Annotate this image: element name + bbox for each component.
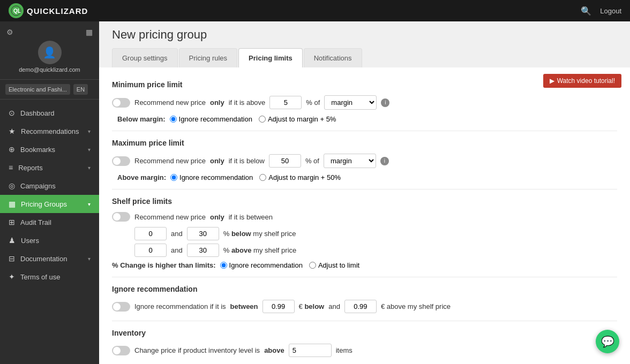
- sidebar: ⚙ ▦ 👤 demo@quicklizard.com Electronic an…: [0, 21, 99, 364]
- chevron-icon: ▾: [88, 128, 91, 134]
- shelf-below-and: and: [171, 230, 183, 238]
- below-margin-radio2[interactable]: Adjust to margin + 5%: [259, 115, 336, 123]
- ignore-rec-label-before: Ignore recommendation if it is: [134, 302, 226, 310]
- main-layout: ⚙ ▦ 👤 demo@quicklizard.com Electronic an…: [0, 21, 630, 364]
- max-price-percent: % of: [305, 157, 319, 165]
- above-margin-radio1-label: Ignore recommendation: [179, 173, 253, 181]
- shelf-price-toggle[interactable]: [112, 212, 130, 222]
- shelf-above-input2[interactable]: [187, 244, 219, 257]
- sidebar-item-documentation[interactable]: ⊟ Documentation ▾: [0, 249, 99, 268]
- inventory-toggle[interactable]: [112, 346, 130, 355]
- ignore-rec-label-between: between: [230, 302, 258, 310]
- above-margin-radios: Ignore recommendation Adjust to margin +…: [170, 173, 341, 181]
- sidebar-item-audit-trail[interactable]: ⊞ Audit Trail: [0, 213, 99, 231]
- min-price-toggle[interactable]: [112, 98, 130, 108]
- min-price-row: Recommend new price only if it is above …: [112, 95, 617, 110]
- max-price-info-icon[interactable]: i: [380, 157, 389, 165]
- below-margin-radio1-label: Ignore recommendation: [179, 115, 252, 123]
- shelf-below-input1[interactable]: [134, 227, 167, 240]
- sidebar-item-label: Users: [21, 237, 39, 245]
- page-header: New pricing group Group settings Pricing…: [99, 21, 630, 67]
- min-price-input[interactable]: [269, 96, 302, 109]
- terms-icon: ✦: [9, 272, 15, 281]
- sidebar-item-label: Audit Trail: [20, 218, 51, 226]
- shelf-label-after: if it is between: [229, 213, 273, 221]
- ignore-rec-section: Ignore recommendation Ignore recommendat…: [112, 285, 617, 313]
- campaigns-icon: ◎: [9, 181, 15, 190]
- ignore-rec-row: Ignore recommendation if it is between €…: [112, 300, 617, 313]
- users-icon: ♟: [9, 236, 16, 245]
- sidebar-item-campaigns[interactable]: ◎ Campaigns: [0, 177, 99, 195]
- shelf-price-title: Shelf price limits: [112, 197, 617, 206]
- chevron-icon: ▾: [88, 256, 91, 262]
- shelf-label-before: Recommend new price: [134, 213, 206, 221]
- pricing-groups-icon: ▦: [9, 200, 16, 208]
- inventory-items-label: items: [336, 346, 352, 354]
- min-price-title: Minimum price limit: [112, 80, 617, 89]
- change-higher-radio2[interactable]: Adjust to limit: [309, 261, 359, 269]
- audit-icon: ⊞: [9, 218, 15, 226]
- max-price-label-after: if it is below: [229, 157, 265, 165]
- shelf-below-row: and % below my shelf price: [134, 227, 617, 240]
- search-icon[interactable]: 🔍: [581, 6, 591, 16]
- sidebar-item-label: Reports: [18, 164, 43, 172]
- tab-notifications[interactable]: Notifications: [304, 48, 362, 67]
- min-price-info-icon[interactable]: i: [381, 98, 389, 107]
- sidebar-item-pricing-groups[interactable]: ▦ Pricing Groups ▾: [0, 195, 99, 213]
- max-price-label-only: only: [210, 157, 224, 165]
- min-price-percent: % of: [306, 98, 320, 107]
- max-price-input[interactable]: [269, 154, 301, 168]
- lang-dropdown[interactable]: EN: [73, 84, 88, 95]
- tab-group-settings[interactable]: Group settings: [112, 48, 178, 67]
- tab-pricing-limits[interactable]: Pricing limits: [238, 48, 303, 67]
- sidebar-item-label: Terms of use: [20, 273, 60, 281]
- inventory-input[interactable]: [289, 344, 332, 357]
- store-dropdown[interactable]: Electronic and Fashi...: [5, 84, 70, 95]
- tab-pricing-rules[interactable]: Pricing rules: [179, 48, 238, 67]
- sidebar-item-dashboard[interactable]: ⊙ Dashboard: [0, 104, 99, 122]
- above-margin-radio2-label: Adjust to margin + 50%: [268, 173, 341, 181]
- shelf-above-row: and % above my shelf price: [134, 244, 617, 257]
- shelf-below-input2[interactable]: [187, 227, 219, 240]
- watch-video-button[interactable]: ▶ Watch video tutorial!: [543, 74, 621, 88]
- sidebar-item-label: Campaigns: [20, 182, 56, 190]
- settings-icon[interactable]: ⚙: [6, 28, 13, 36]
- sidebar-item-reports[interactable]: ≡ Reports ▾: [0, 158, 99, 177]
- inventory-section: Inventory Change price if product invent…: [112, 329, 617, 357]
- change-higher-radio1[interactable]: Ignore recommendation: [220, 261, 303, 269]
- sidebar-item-label: Recommendations: [21, 127, 79, 135]
- max-price-toggle[interactable]: [112, 156, 130, 166]
- ignore-rec-input2[interactable]: [344, 300, 377, 313]
- below-margin-row: Below margin: Ignore recommendation Adju…: [117, 115, 617, 123]
- reports-icon: ≡: [9, 163, 13, 172]
- bookmarks-icon: ⊕: [9, 145, 15, 154]
- dashboard-icon: ⊙: [9, 109, 15, 117]
- avatar: 👤: [38, 41, 62, 64]
- shelf-above-input1[interactable]: [134, 244, 167, 257]
- ignore-rec-input1[interactable]: [262, 300, 295, 313]
- change-higher-row: % Change is higher than limits: Ignore r…: [112, 261, 617, 269]
- card-icon[interactable]: ▦: [86, 28, 93, 36]
- sidebar-item-terms[interactable]: ✦ Terms of use: [0, 268, 99, 286]
- content-panel: ▶ Watch video tutorial! Minimum price li…: [99, 67, 630, 364]
- change-higher-radios: Ignore recommendation Adjust to limit: [220, 261, 360, 269]
- above-margin-radio1[interactable]: Ignore recommendation: [170, 173, 253, 181]
- inventory-title: Inventory: [112, 329, 617, 337]
- min-price-label-after: if it is above: [229, 98, 266, 107]
- above-margin-radio2[interactable]: Adjust to margin + 50%: [259, 173, 341, 181]
- sidebar-item-recommendations[interactable]: ★ Recommendations ▾: [0, 122, 99, 140]
- above-margin-row: Above margin: Ignore recommendation Adju…: [117, 173, 617, 181]
- min-price-select[interactable]: margin cost shelf price: [324, 95, 377, 110]
- logout-link[interactable]: Logout: [600, 7, 621, 15]
- docs-icon: ⊟: [9, 254, 15, 263]
- max-price-select[interactable]: margin cost shelf price: [324, 154, 376, 168]
- chat-bubble[interactable]: 💬: [596, 330, 619, 353]
- sidebar-item-users[interactable]: ♟ Users: [0, 231, 99, 249]
- below-margin-radio1[interactable]: Ignore recommendation: [170, 115, 252, 123]
- sidebar-item-bookmarks[interactable]: ⊕ Bookmarks ▾: [0, 140, 99, 158]
- ignore-rec-and: and: [328, 302, 340, 310]
- ignore-rec-toggle[interactable]: [112, 302, 130, 312]
- logo-icon: QL: [9, 3, 24, 18]
- chevron-icon: ▾: [88, 165, 91, 171]
- sidebar-item-label: Documentation: [20, 255, 67, 263]
